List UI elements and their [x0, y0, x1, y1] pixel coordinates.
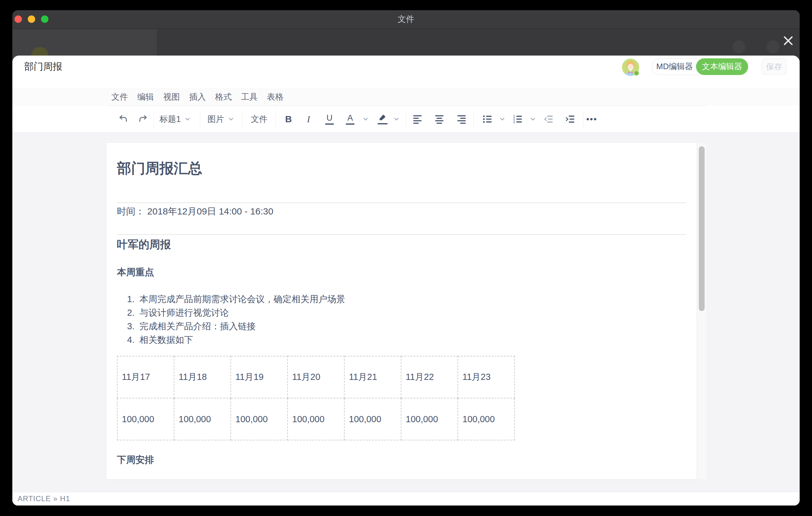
outdent-icon: [544, 114, 553, 124]
document-name: 部门周报: [24, 60, 62, 73]
horizontal-rule: [117, 202, 687, 203]
editor-panel: 部门周报 MD编辑器 文本编辑器: [12, 56, 800, 506]
font-color-button[interactable]: A: [342, 111, 359, 128]
modal-close-button[interactable]: [780, 32, 797, 49]
file-insert-label: 文件: [251, 114, 267, 125]
menu-item-7[interactable]: 表格: [267, 91, 284, 103]
bullet-list-dropdown[interactable]: [498, 111, 506, 128]
vertical-scrollbar-thumb[interactable]: [699, 146, 705, 311]
more-tools-button[interactable]: •••: [583, 111, 600, 128]
editor-header: 部门周报 MD编辑器 文本编辑器: [12, 56, 800, 88]
menu-item-4[interactable]: 插入: [189, 91, 206, 103]
menu-item-2[interactable]: 编辑: [137, 91, 154, 103]
numbered-list[interactable]: 1.本周完成产品前期需求讨论会议，确定相关用户场景2.与设计师进行视觉讨论3.完…: [127, 292, 345, 347]
editor-mode-toggle: MD编辑器 文本编辑器: [652, 58, 748, 75]
list-item-text[interactable]: 与设计师进行视觉讨论: [140, 306, 229, 319]
horizontal-rule: [117, 234, 687, 235]
highlighter-icon: [378, 114, 387, 124]
underline-icon: U: [325, 114, 334, 125]
highlight-button[interactable]: [374, 111, 391, 128]
image-insert-dropdown[interactable]: 图片: [201, 111, 240, 128]
menu-item-5[interactable]: 格式: [215, 91, 232, 103]
toolbar-separator: [200, 110, 200, 128]
table-row: 11月1711月1811月1911月2011月2111月2211月23: [117, 356, 515, 398]
menu-bar: 文件编辑视图插入格式工具表格: [12, 88, 800, 106]
table-cell-value[interactable]: 100,000: [458, 398, 515, 440]
align-center-icon: [434, 114, 444, 124]
align-right-button[interactable]: [453, 111, 470, 128]
align-left-button[interactable]: [409, 111, 426, 128]
table-cell-date[interactable]: 11月17: [117, 356, 174, 398]
list-item-4[interactable]: 4.相关数据如下: [127, 333, 345, 347]
table-cell-value[interactable]: 100,000: [117, 398, 174, 440]
toolbar-separator: [276, 110, 276, 128]
redo-button[interactable]: [135, 111, 152, 128]
numbered-list-dropdown[interactable]: [528, 111, 537, 128]
menu-item-1[interactable]: 文件: [111, 91, 128, 103]
table-cell-date[interactable]: 11月23: [458, 356, 515, 398]
toolbar-separator: [242, 110, 242, 128]
ellipsis-icon: •••: [586, 114, 597, 124]
document-heading-3-this-week[interactable]: 本周重点: [117, 266, 154, 279]
heading-style-label: 标题1: [160, 114, 181, 125]
list-item-1[interactable]: 1.本周完成产品前期需求讨论会议，确定相关用户场景: [127, 292, 345, 306]
save-button[interactable]: 保存: [762, 59, 786, 75]
status-bar: ARTICLE » H1: [12, 492, 800, 506]
list-item-text[interactable]: 相关数据如下: [140, 333, 193, 347]
list-item-3[interactable]: 3.完成相关产品介绍：插入链接: [127, 319, 345, 333]
table-cell-value[interactable]: 100,000: [174, 398, 231, 440]
table-cell-value[interactable]: 100,000: [401, 398, 458, 440]
font-color-icon: A: [346, 114, 354, 125]
document-heading-1[interactable]: 部门周报汇总: [117, 159, 202, 177]
toolbar: 标题1 图片 文件 B I U: [107, 106, 706, 133]
data-table[interactable]: 11月1711月1811月1911月2011月2111月2211月23100,0…: [117, 356, 515, 440]
menu-item-6[interactable]: 工具: [241, 91, 258, 103]
highlight-dropdown[interactable]: [392, 111, 401, 128]
indent-button[interactable]: [561, 111, 579, 128]
list-item-2[interactable]: 2.与设计师进行视觉讨论: [127, 306, 345, 319]
menu-item-3[interactable]: 视图: [163, 91, 180, 103]
undo-icon: [118, 114, 128, 124]
close-icon: [781, 34, 795, 48]
document-time-line[interactable]: 时间： 2018年12月09日 14:00 - 16:30: [117, 205, 273, 218]
align-center-button[interactable]: [431, 111, 448, 128]
italic-button[interactable]: I: [300, 111, 317, 128]
undo-button[interactable]: [114, 111, 132, 128]
file-insert-button[interactable]: 文件: [244, 111, 274, 128]
table-cell-date[interactable]: 11月19: [231, 356, 288, 398]
chevron-down-icon: [362, 116, 369, 122]
bold-button[interactable]: B: [280, 111, 297, 128]
list-item-text[interactable]: 本周完成产品前期需求讨论会议，确定相关用户场景: [140, 292, 345, 306]
align-right-icon: [457, 114, 466, 124]
vertical-scrollbar-track[interactable]: [698, 143, 706, 479]
table-cell-value[interactable]: 100,000: [231, 398, 288, 440]
font-color-dropdown[interactable]: [361, 111, 370, 128]
app-window: 文件 部门周报: [12, 10, 800, 506]
background-button-circle: [732, 40, 745, 53]
table-cell-value[interactable]: 100,000: [344, 398, 401, 440]
md-editor-tab[interactable]: MD编辑器: [652, 59, 697, 75]
numbered-list-icon: 1 2 3: [513, 114, 523, 124]
table-cell-date[interactable]: 11月20: [288, 356, 344, 398]
heading-style-dropdown[interactable]: 标题1: [153, 111, 198, 128]
chevron-down-icon: [530, 116, 536, 122]
table-cell-value[interactable]: 100,000: [288, 398, 344, 440]
chevron-down-icon: [184, 116, 191, 122]
document-heading-2[interactable]: 叶军的周报: [117, 237, 171, 252]
text-editor-tab[interactable]: 文本编辑器: [696, 58, 748, 75]
bullet-list-button[interactable]: [479, 111, 496, 128]
underline-button[interactable]: U: [321, 111, 338, 128]
list-item-number: 2.: [127, 306, 140, 319]
chevron-down-icon: [499, 116, 505, 122]
document-heading-3-next-week[interactable]: 下周安排: [117, 453, 154, 466]
user-avatar[interactable]: [622, 59, 639, 76]
chevron-down-icon: [228, 116, 234, 122]
table-cell-date[interactable]: 11月21: [344, 356, 401, 398]
table-cell-date[interactable]: 11月22: [401, 356, 458, 398]
indent-icon: [565, 114, 575, 124]
numbered-list-button[interactable]: 1 2 3: [509, 111, 526, 128]
outdent-button[interactable]: [540, 111, 557, 128]
document-page[interactable]: 部门周报汇总 时间： 2018年12月09日 14:00 - 16:30 叶军的…: [107, 143, 697, 479]
table-cell-date[interactable]: 11月18: [174, 356, 231, 398]
list-item-text[interactable]: 完成相关产品介绍：插入链接: [140, 319, 256, 333]
